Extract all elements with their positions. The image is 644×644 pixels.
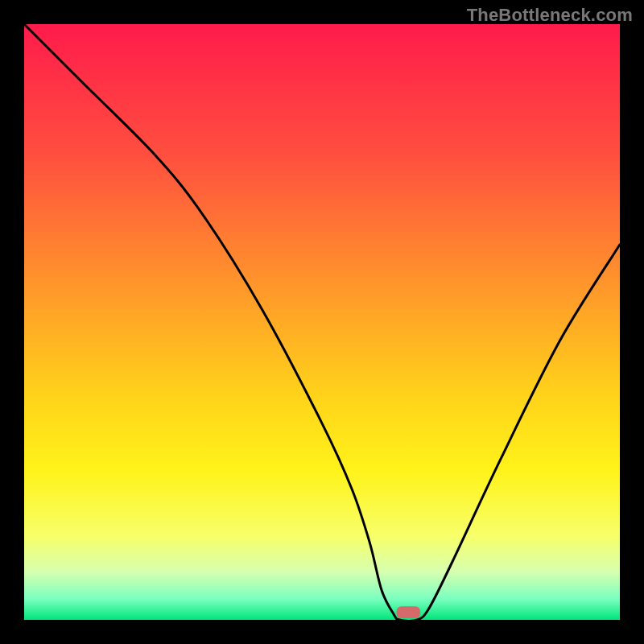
plot-area bbox=[24, 24, 620, 620]
watermark-text: TheBottleneck.com bbox=[467, 5, 633, 26]
chart-svg bbox=[24, 24, 620, 620]
optimal-marker bbox=[397, 606, 421, 618]
chart-frame: TheBottleneck.com bbox=[0, 0, 644, 644]
